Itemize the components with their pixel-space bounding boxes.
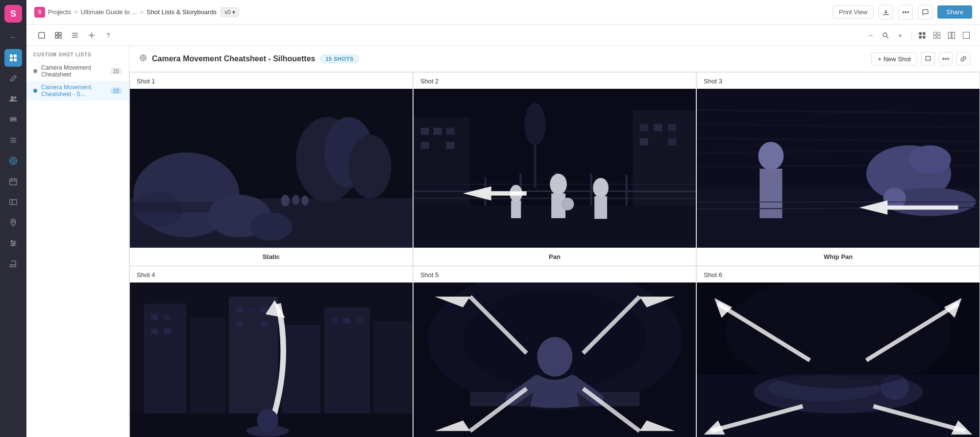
list-item-label: Camera Movement Cheatsheet - S... xyxy=(41,84,106,98)
svg-rect-135 xyxy=(261,308,268,313)
view-small-grid[interactable] xyxy=(916,29,928,41)
new-shot-button[interactable]: + New Shot xyxy=(871,52,917,66)
dots-button[interactable]: ••• xyxy=(939,52,953,66)
svg-rect-10 xyxy=(10,142,16,143)
svg-rect-84 xyxy=(668,124,676,131)
shot-card-2[interactable]: Shot 2 xyxy=(413,72,697,266)
shot-card-4[interactable]: Shot 4 xyxy=(129,266,413,437)
svg-rect-38 xyxy=(72,37,78,38)
shot-image-6 xyxy=(697,283,980,437)
sidebar-calendar[interactable] xyxy=(4,173,22,190)
sidebar-layers[interactable] xyxy=(4,111,22,129)
shot-card-3[interactable]: Shot 3 xyxy=(696,72,980,266)
svg-rect-1 xyxy=(14,54,17,57)
svg-rect-137 xyxy=(261,322,268,328)
svg-rect-67 xyxy=(130,202,413,213)
svg-point-149 xyxy=(537,337,572,377)
download-button[interactable] xyxy=(879,5,893,20)
frame-button[interactable] xyxy=(921,52,935,66)
svg-rect-83 xyxy=(654,124,662,131)
toolbar-right: − + xyxy=(865,29,972,41)
shot-footer-1: Static xyxy=(130,248,413,265)
shot-header-6: Shot 6 xyxy=(697,266,980,283)
view-medium-grid[interactable] xyxy=(931,29,943,41)
list-item-count: 15 xyxy=(110,87,122,94)
app-logo[interactable]: S xyxy=(4,5,22,23)
toolbar-list[interactable] xyxy=(68,28,82,43)
sidebar-panel[interactable] xyxy=(4,193,22,211)
toolbar-square[interactable] xyxy=(34,28,49,43)
sidebar-sliders[interactable] xyxy=(4,234,22,252)
svg-rect-132 xyxy=(164,329,171,334)
zoom-out-button[interactable]: − xyxy=(865,29,877,41)
link-button[interactable] xyxy=(956,52,970,66)
shot-card-6[interactable]: Shot 6 xyxy=(696,266,980,437)
toolbar-grid[interactable] xyxy=(51,28,66,43)
svg-rect-78 xyxy=(446,128,454,134)
sidebar-list[interactable] xyxy=(4,131,22,149)
shots-count-badge: 15 SHOTS xyxy=(320,54,359,63)
sidebar-back[interactable]: ← xyxy=(4,28,22,46)
share-button[interactable]: Share xyxy=(937,5,972,19)
svg-rect-0 xyxy=(10,54,13,57)
svg-point-104 xyxy=(524,103,545,146)
svg-point-5 xyxy=(14,97,17,99)
shot-header-1: Shot 1 xyxy=(130,73,413,89)
svg-rect-93 xyxy=(590,174,592,209)
svg-rect-3 xyxy=(14,58,17,61)
sidebar-location[interactable] xyxy=(4,214,22,231)
toolbar-settings[interactable] xyxy=(84,28,99,43)
breadcrumb-projects[interactable]: Projects xyxy=(48,8,71,16)
svg-point-11 xyxy=(10,157,17,164)
content-header: Camera Movement Cheatsheet - Silhouettes… xyxy=(129,46,980,72)
svg-rect-49 xyxy=(937,36,940,39)
svg-rect-138 xyxy=(331,318,338,324)
sidebar-film[interactable] xyxy=(4,152,22,170)
section-title: CUSTOM SHOT LISTS xyxy=(26,52,129,57)
svg-rect-48 xyxy=(934,36,937,39)
svg-rect-50 xyxy=(949,32,952,38)
breadcrumb-project[interactable]: Ultimate Guide to ... xyxy=(81,8,137,16)
svg-rect-51 xyxy=(952,32,955,38)
secondary-toolbar: ? − + xyxy=(26,25,980,46)
toolbar-help[interactable]: ? xyxy=(101,28,116,43)
list-item-label: Camera Movement Cheatsheet xyxy=(41,64,106,78)
more-options-button[interactable]: ••• xyxy=(898,5,913,20)
svg-rect-2 xyxy=(10,58,13,61)
topbar-actions: Print View ••• Share xyxy=(833,5,972,20)
svg-point-100 xyxy=(561,198,574,210)
shot-card-1[interactable]: Shot 1 xyxy=(129,72,413,266)
sidebar-dashboard[interactable] xyxy=(4,49,22,67)
version-badge[interactable]: v0 ▾ xyxy=(220,7,239,17)
shot-image-1 xyxy=(130,89,413,248)
view-full[interactable] xyxy=(960,29,972,41)
content-area: Camera Movement Cheatsheet - Silhouettes… xyxy=(129,46,980,437)
svg-rect-47 xyxy=(937,32,940,35)
svg-rect-44 xyxy=(919,36,922,39)
sidebar-users[interactable] xyxy=(4,90,22,108)
shot-list-item-2[interactable]: Camera Movement Cheatsheet - S... 15 xyxy=(26,81,129,101)
shot-image-4 xyxy=(130,283,413,437)
svg-rect-36 xyxy=(72,33,78,34)
svg-rect-79 xyxy=(420,142,429,149)
breadcrumb-sep2: > xyxy=(140,8,144,16)
svg-rect-80 xyxy=(446,142,454,149)
svg-rect-43 xyxy=(923,32,926,35)
left-panel: CUSTOM SHOT LISTS Camera Movement Cheats… xyxy=(26,46,129,437)
svg-rect-139 xyxy=(343,318,350,324)
sidebar-book[interactable] xyxy=(4,255,22,273)
svg-point-40 xyxy=(883,33,887,37)
svg-rect-31 xyxy=(39,32,45,38)
comment-button[interactable] xyxy=(918,5,932,20)
print-view-button[interactable]: Print View xyxy=(833,5,874,19)
view-large-grid[interactable] xyxy=(946,29,957,41)
svg-rect-7 xyxy=(10,120,16,121)
zoom-in-button[interactable]: + xyxy=(894,29,906,41)
shot-list-item-1[interactable]: Camera Movement Cheatsheet 15 xyxy=(26,61,129,81)
zoom-search-button[interactable] xyxy=(880,29,891,41)
sidebar-pen[interactable] xyxy=(4,70,22,87)
shot-card-5[interactable]: Shot 5 xyxy=(413,266,697,437)
svg-point-12 xyxy=(12,159,15,162)
svg-point-39 xyxy=(91,34,93,36)
svg-rect-140 xyxy=(356,318,363,324)
